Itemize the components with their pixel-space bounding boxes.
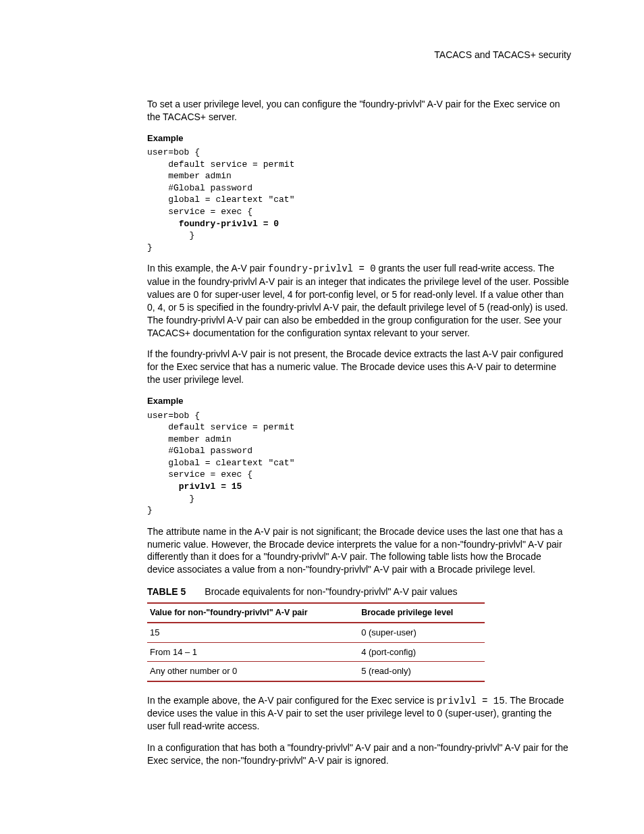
- table-row: Any other number or 0 5 (read-only): [147, 662, 485, 681]
- table-row: From 14 – 1 4 (port-config): [147, 642, 485, 662]
- table-row: 15 0 (super-user): [147, 623, 485, 642]
- example2-label: Example: [147, 395, 571, 407]
- table-title: TABLE 5Brocade equivalents for non-"foun…: [147, 585, 571, 598]
- example2-code-block: user=bob { default service = permit memb…: [147, 410, 571, 517]
- page-header-section: TACACS and TACACS+ security: [147, 49, 571, 61]
- paragraph-2: If the foundry-privlvl A-V pair is not p…: [147, 348, 571, 386]
- table-header-col2: Brocade privilege level: [358, 603, 485, 623]
- paragraph-4: In the example above, the A-V pair confi…: [147, 694, 571, 733]
- example1-label: Example: [147, 132, 571, 145]
- paragraph-5: In a configuration that has both a "foun…: [147, 741, 571, 767]
- table-header-col1: Value for non-"foundry-privlvl" A-V pair: [147, 603, 358, 623]
- intro-paragraph: To set a user privilege level, you can c…: [147, 98, 571, 124]
- privilege-level-table: Value for non-"foundry-privlvl" A-V pair…: [147, 602, 485, 682]
- example1-code-block: user=bob { default service = permit memb…: [147, 147, 571, 253]
- paragraph-3: The attribute name in the A-V pair is no…: [147, 525, 571, 577]
- inline-code: foundry-privlvl = 0: [268, 263, 376, 274]
- inline-code: privlvl = 15: [437, 696, 505, 706]
- paragraph-after-ex1: In this example, the A-V pair foundry-pr…: [147, 262, 571, 339]
